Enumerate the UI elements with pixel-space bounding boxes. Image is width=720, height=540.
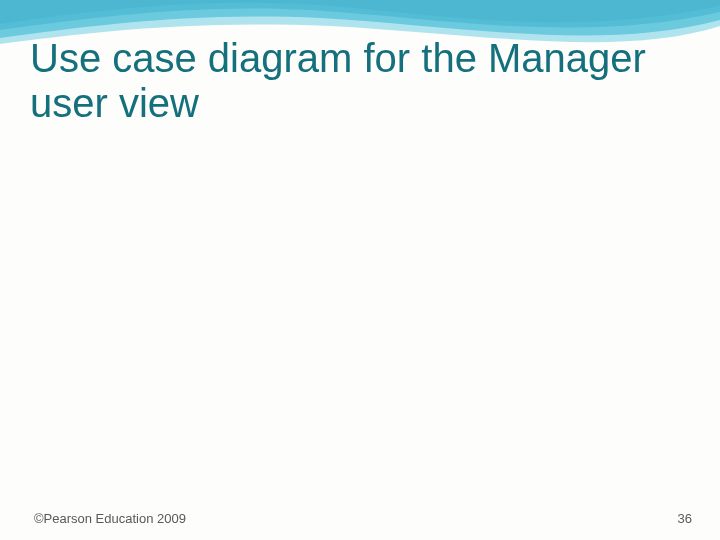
page-number: 36: [678, 511, 692, 526]
slide-title: Use case diagram for the Manager user vi…: [30, 36, 690, 126]
footer-copyright: ©Pearson Education 2009: [34, 511, 186, 526]
